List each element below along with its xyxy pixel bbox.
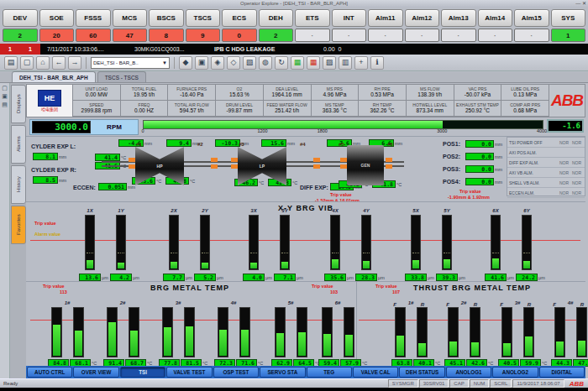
vib-alarm-mark (363, 253, 370, 253)
system-tab-bscs[interactable]: BSCS (149, 9, 184, 27)
nav-button-anolog2[interactable]: ANOLOG2 (492, 367, 538, 378)
brg-trip2-label: Trip value (312, 284, 333, 289)
thrust-temp-4#-bar (576, 307, 587, 357)
system-tab-tscs[interactable]: TSCS (186, 9, 221, 27)
display-call-icon[interactable]: ▣ (195, 56, 208, 70)
nav-button-osp-test[interactable]: OSP TEST (213, 367, 259, 378)
system-tab-soe[interactable]: SOE (39, 9, 75, 27)
system-tab-sys[interactable]: SYS (551, 9, 586, 27)
alarm-count-mcs[interactable]: 47 (113, 29, 148, 42)
vib-trip-label: Trip value (34, 221, 56, 226)
status-ready: Ready (0, 381, 388, 386)
system-tab-alm11[interactable]: Alm11 (368, 9, 403, 27)
display-selector-dropdown[interactable]: DEH_TSI - BAR_B..▼ (91, 57, 170, 69)
alarm-count-soe[interactable]: 20 (39, 29, 75, 42)
alarm-count-alm15[interactable]: · (514, 29, 549, 42)
nav-button-over-view[interactable]: OVER VIEW (73, 367, 118, 378)
nav-button-deh-status[interactable]: DEH STATUS (399, 367, 444, 378)
topology-icon[interactable]: ▧ (243, 56, 256, 70)
alarm-count-bscs[interactable]: 8 (149, 29, 184, 42)
pages-icon[interactable]: ▣ (2, 93, 8, 99)
pos-label-2: POS2: (443, 154, 460, 159)
alarm-banner[interactable]: 1 1 7/11/2017 10:33:06.... 30MKG01CQ003.… (0, 44, 588, 55)
system-tab-deh[interactable]: DEH (259, 9, 294, 27)
system-tab-ets[interactable]: ETS (295, 9, 330, 27)
close-button[interactable]: ✕ (582, 1, 586, 6)
home-icon[interactable]: ⌂ (36, 56, 50, 70)
sidebar-tab-alarms[interactable]: Alarms (11, 125, 26, 164)
minimize-button[interactable]: — (575, 1, 580, 6)
alarm-count-dev[interactable]: 2 (3, 29, 38, 42)
nav-button-teg[interactable]: TEG (307, 367, 352, 378)
back-icon[interactable]: ← (52, 56, 66, 70)
system-tab-ecs[interactable]: ECS (222, 9, 257, 27)
thrust-temp-3#-bar (501, 307, 512, 357)
vib-value-4Y: 28.3 (355, 274, 377, 281)
vib-bar-2X (169, 215, 179, 270)
nav-button-valve-test[interactable]: VALVE TEST (166, 367, 212, 378)
vib-bar-label-6Y: 6Y (521, 208, 533, 213)
thrust-temp-3#-bar-fill (525, 336, 533, 356)
alarm-count-alm14[interactable]: · (478, 29, 513, 42)
alarm-count-int[interactable]: · (332, 29, 367, 42)
system-tab-alm14[interactable]: Alm14 (478, 9, 513, 27)
nav-button-servo-sta[interactable]: SERVO STA (260, 367, 305, 378)
pin-icon[interactable]: + (354, 56, 368, 70)
alarm-count-deh[interactable]: 2 (259, 29, 294, 42)
bearing-label-5: #5 (339, 142, 344, 147)
trend-icon[interactable]: ▨ (323, 56, 336, 70)
panel-icon[interactable]: ▤ (2, 102, 8, 107)
alarm-list-ack-icon[interactable]: ▦ (291, 56, 304, 70)
system-tab-int[interactable]: INT (332, 9, 367, 27)
nav-button-anolog1[interactable]: ANOLOG1 (446, 367, 491, 378)
alarm-count-fsss[interactable]: 60 (76, 29, 111, 42)
database-icon[interactable]: ◍ (259, 56, 272, 70)
system-tab-alm15[interactable]: Alm15 (514, 9, 549, 27)
nav-button-tsi[interactable]: TSI (120, 367, 165, 378)
alarm-count-ets[interactable]: · (295, 29, 330, 42)
system-tab-mcs[interactable]: MCS (113, 9, 148, 27)
system-tab-dev[interactable]: DEV (3, 9, 38, 27)
shaft-value-4-unit: mm (287, 139, 295, 148)
display-tab-active[interactable]: DEH_TSI - BAR_BLR_APH (12, 71, 96, 82)
param-value: 1964.16 mm (272, 91, 302, 98)
forward-icon[interactable]: → (68, 56, 81, 70)
nav-button-valve-cal[interactable]: VALVE CAL (353, 367, 398, 378)
alarm-count-alm13[interactable]: · (441, 29, 476, 42)
window-icon[interactable]: ▢ (2, 85, 8, 91)
nav-button-digital[interactable]: DIGITAL (539, 367, 585, 378)
sidebar-tab-displays[interactable]: Displays (11, 85, 26, 123)
alarm-count-alm12[interactable]: · (405, 29, 440, 42)
lock-icon[interactable]: ◈ (211, 56, 224, 70)
brg-temp-6#-bar-fill (323, 334, 331, 356)
alarm-count-sys[interactable]: 1 (551, 29, 586, 42)
speed-bar-fill (144, 121, 443, 128)
brg-temp-1#-bar-fill (75, 331, 82, 356)
nav-button-auto-ctrl[interactable]: AUTO CTRL (27, 367, 72, 378)
brg-temp-2#-bar-fill (108, 322, 116, 356)
refresh-icon[interactable]: ↻ (275, 56, 288, 70)
alarm-list-icon[interactable]: ▦ (307, 56, 320, 70)
report-icon[interactable]: ▥ (339, 56, 352, 70)
copy-display-icon[interactable]: ▢ (20, 56, 34, 70)
pos-value-4: 0.0 (465, 178, 494, 185)
alarm-count-alm11[interactable]: · (368, 29, 403, 42)
system-tab-alm13[interactable]: Alm13 (441, 9, 476, 27)
vib-bar-fill (118, 263, 124, 268)
param-cell: SPEED2999.88 rpm (73, 101, 121, 117)
alarm-count-ecs[interactable]: 0 (222, 29, 257, 42)
alarm-count-tscs[interactable]: 9 (186, 29, 221, 42)
system-tab-alm12[interactable]: Alm12 (405, 9, 440, 27)
display-tab-strip: DEH_TSI - BAR_BLR_APHTSCS - TSCS (0, 72, 588, 83)
info-icon[interactable]: ℹ (370, 56, 384, 70)
display-tab-inactive[interactable]: TSCS - TSCS (97, 71, 146, 82)
sidebar-tab-favorites[interactable]: Favorites (11, 206, 26, 244)
statusbar-cell: SYSMGR (388, 379, 418, 388)
printer-icon[interactable]: ▤ (4, 56, 18, 70)
sidebar-tab-history[interactable]: History (11, 165, 26, 204)
vib-bar-3Y (280, 215, 290, 270)
param-cell: TOTAL FUEL19.95 t/h (121, 85, 169, 101)
link-icon[interactable]: ◇ (227, 56, 240, 70)
system-tab-fsss[interactable]: FSSS (76, 9, 111, 27)
search-icon[interactable]: ◆ (179, 56, 192, 70)
